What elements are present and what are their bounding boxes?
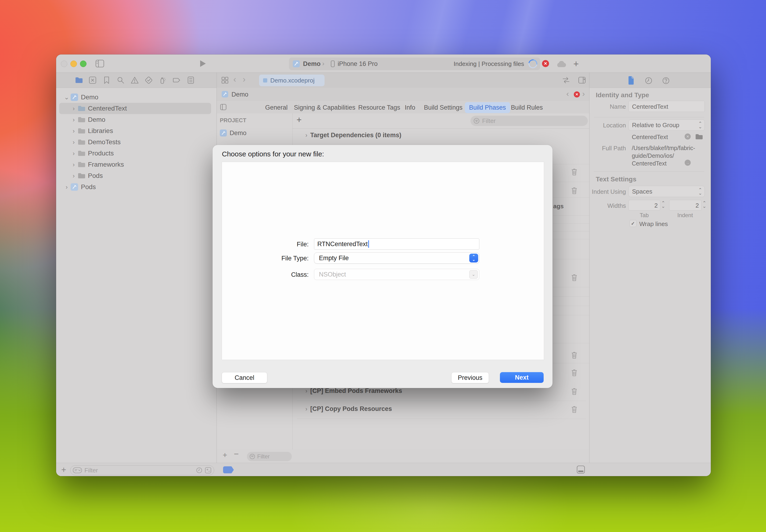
disclosure-closed-icon[interactable]: › bbox=[71, 116, 77, 123]
phases-filter-field[interactable]: Filter bbox=[471, 116, 588, 126]
disclosure-closed-icon[interactable]: › bbox=[64, 183, 70, 191]
debug-area-toggle-icon[interactable] bbox=[576, 465, 586, 474]
jumpbar-next-issue-icon[interactable]: › bbox=[582, 89, 585, 98]
tree-item-products[interactable]: › Products bbox=[71, 148, 211, 159]
destination-name[interactable]: iPhone 16 Pro bbox=[337, 60, 377, 68]
tree-item-pods-group[interactable]: › Pods bbox=[71, 170, 211, 181]
scm-filter-icon[interactable] bbox=[205, 467, 212, 474]
project-navigator-icon[interactable] bbox=[75, 76, 83, 84]
disclosure-closed-icon[interactable]: › bbox=[305, 132, 307, 138]
targets-filter-field[interactable]: Filter bbox=[247, 452, 292, 461]
disclosure-closed-icon[interactable]: › bbox=[71, 172, 77, 180]
error-badge[interactable]: ✕ bbox=[542, 60, 549, 67]
disclosure-closed-icon[interactable]: › bbox=[71, 150, 77, 157]
trash-icon[interactable] bbox=[571, 168, 578, 176]
clear-location-icon[interactable]: ✕ bbox=[685, 133, 691, 140]
jumpbar-item[interactable]: Demo bbox=[231, 91, 248, 98]
file-type-popup[interactable]: Empty File ⌃⌄ bbox=[314, 252, 479, 264]
remove-target-button[interactable]: − bbox=[234, 449, 239, 459]
editor-sidebar-toggle-icon[interactable] bbox=[220, 104, 227, 111]
navigator-add-button[interactable]: + bbox=[61, 465, 66, 475]
class-combo[interactable]: NSObject ⌄ bbox=[314, 269, 479, 280]
navigator-filter-field[interactable]: Filter bbox=[70, 465, 214, 475]
location-popup[interactable]: Relative to Group ⌃⌄ bbox=[629, 119, 705, 131]
add-target-button[interactable]: + bbox=[223, 450, 227, 460]
embed-pods-row[interactable]: › [CP] Embed Pods Frameworks bbox=[305, 387, 402, 395]
tab-info[interactable]: Info bbox=[405, 104, 415, 111]
wrap-lines-checkbox[interactable]: ✓ bbox=[630, 220, 637, 227]
previous-button[interactable]: Previous bbox=[451, 372, 489, 383]
scheme-name[interactable]: Demo bbox=[303, 60, 320, 68]
file-inspector-icon[interactable] bbox=[628, 76, 635, 85]
split-editor-icon[interactable] bbox=[562, 76, 570, 84]
history-inspector-icon[interactable] bbox=[644, 76, 653, 85]
tree-item-frameworks[interactable]: › Frameworks bbox=[71, 159, 211, 170]
tab-width-stepper[interactable]: ⌃⌄ bbox=[661, 201, 665, 208]
breakpoint-navigator-icon[interactable] bbox=[172, 76, 181, 84]
trash-icon[interactable] bbox=[571, 405, 578, 413]
trash-icon[interactable] bbox=[571, 186, 578, 195]
add-editor-icon[interactable] bbox=[578, 76, 586, 84]
disclosure-closed-icon[interactable]: › bbox=[305, 406, 307, 412]
find-navigator-icon[interactable] bbox=[116, 76, 125, 84]
tab-overview-icon[interactable] bbox=[221, 76, 229, 84]
file-name-input[interactable]: RTNCenteredText bbox=[314, 238, 479, 250]
disclosure-closed-icon[interactable]: › bbox=[71, 139, 77, 146]
minimize-button[interactable] bbox=[70, 61, 77, 67]
editor-tab[interactable]: Demo.xcodeproj bbox=[259, 75, 324, 86]
tab-signing[interactable]: Signing & Capabilities bbox=[294, 104, 355, 111]
next-button[interactable]: Next bbox=[500, 372, 544, 383]
back-chevron-icon[interactable]: ‹ bbox=[233, 75, 236, 84]
run-button-icon[interactable] bbox=[199, 60, 207, 68]
jumpbar-error-badge[interactable]: ✕ bbox=[574, 91, 580, 97]
tab-build-settings[interactable]: Build Settings bbox=[424, 104, 463, 111]
project-item-demo[interactable]: Demo bbox=[220, 127, 287, 139]
test-navigator-icon[interactable] bbox=[144, 76, 153, 84]
navigator-toggle-icon[interactable] bbox=[95, 60, 104, 68]
bookmark-navigator-icon[interactable] bbox=[102, 76, 111, 84]
reveal-path-icon[interactable]: → bbox=[685, 160, 691, 166]
report-navigator-icon[interactable] bbox=[187, 76, 195, 84]
debug-navigator-icon[interactable] bbox=[158, 76, 167, 84]
close-button[interactable] bbox=[61, 61, 67, 67]
trash-icon[interactable] bbox=[571, 368, 578, 377]
choose-folder-icon[interactable] bbox=[695, 133, 703, 140]
trash-icon[interactable] bbox=[571, 351, 578, 359]
tree-item-demo-group[interactable]: › Demo bbox=[71, 114, 211, 125]
inspector-divider[interactable] bbox=[589, 73, 590, 476]
zoom-button[interactable] bbox=[80, 61, 86, 67]
tree-item-demotests[interactable]: › DemoTests bbox=[71, 137, 211, 148]
recent-filter-icon[interactable] bbox=[196, 467, 203, 474]
tab-width-field[interactable]: 2 bbox=[629, 200, 660, 211]
issue-navigator-icon[interactable] bbox=[130, 76, 139, 84]
add-phase-button[interactable]: + bbox=[296, 115, 301, 125]
disclosure-closed-icon[interactable]: › bbox=[71, 105, 77, 112]
name-field[interactable]: CenteredText bbox=[629, 101, 705, 112]
trash-icon[interactable] bbox=[571, 387, 578, 395]
tree-item-demo-project[interactable]: ⌄ Demo bbox=[64, 92, 213, 103]
indent-width-stepper[interactable]: ⌃⌄ bbox=[702, 201, 706, 208]
cancel-button[interactable]: Cancel bbox=[222, 372, 267, 383]
disclosure-open-icon[interactable]: ⌄ bbox=[64, 94, 70, 101]
copy-pods-row[interactable]: › [CP] Copy Pods Resources bbox=[305, 405, 392, 413]
disclosure-closed-icon[interactable]: › bbox=[71, 127, 77, 135]
tree-item-libraries[interactable]: › Libraries bbox=[71, 125, 211, 137]
quick-help-inspector-icon[interactable] bbox=[662, 76, 670, 85]
tree-item-pods-project[interactable]: › Pods bbox=[64, 181, 213, 193]
indent-width-field[interactable]: 2 bbox=[669, 200, 701, 211]
cloud-icon[interactable] bbox=[556, 61, 566, 68]
jumpbar-prev-issue-icon[interactable]: ‹ bbox=[566, 89, 569, 98]
forward-chevron-icon[interactable]: › bbox=[243, 75, 245, 84]
tab-resource-tags[interactable]: Resource Tags bbox=[358, 104, 400, 111]
indent-using-popup[interactable]: Spaces ⌃⌄ bbox=[629, 186, 705, 197]
add-button-icon[interactable]: + bbox=[573, 59, 579, 69]
tree-item-centeredtext[interactable]: › CenteredText bbox=[71, 103, 211, 114]
disclosure-closed-icon[interactable]: › bbox=[71, 161, 77, 168]
tab-build-phases[interactable]: Build Phases bbox=[465, 102, 510, 113]
disclosure-closed-icon[interactable]: › bbox=[305, 388, 307, 394]
trash-icon[interactable] bbox=[571, 273, 578, 282]
target-dependencies-row[interactable]: › Target Dependencies (0 items) bbox=[305, 132, 401, 139]
source-control-navigator-icon[interactable] bbox=[88, 76, 97, 84]
tab-general[interactable]: General bbox=[265, 104, 287, 111]
tab-build-rules[interactable]: Build Rules bbox=[511, 104, 543, 111]
